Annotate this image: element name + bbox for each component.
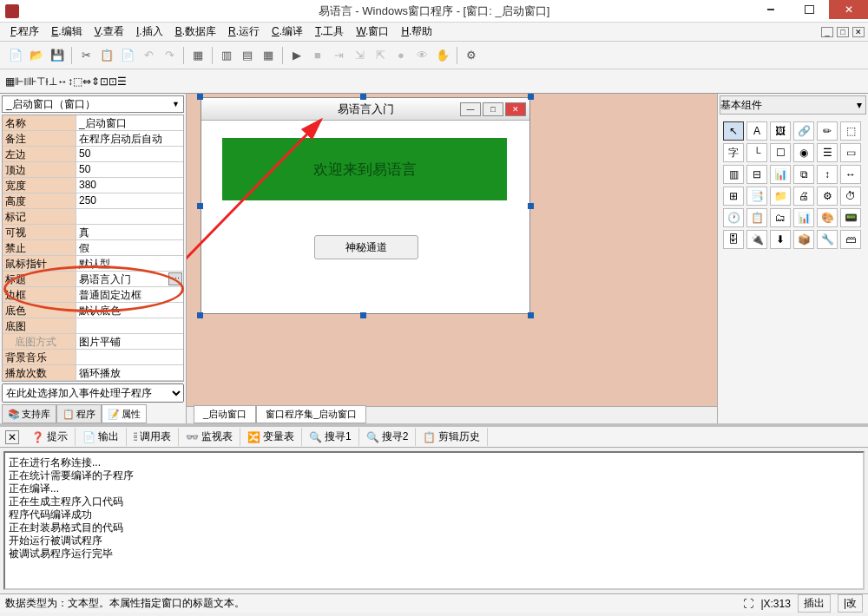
resize-handle[interactable] [360, 94, 366, 100]
tab-hints[interactable]: ❓ 提示 [24, 428, 76, 446]
property-row[interactable]: 顶边50 [3, 162, 183, 178]
hspace-icon[interactable]: ⇔ [82, 75, 91, 88]
layout3-icon[interactable]: ▦ [259, 46, 278, 65]
property-value[interactable]: 真 [76, 225, 183, 239]
form-designer[interactable]: 易语言入门 — □ ✕ 欢迎来到易语言 神秘通道 [187, 94, 717, 423]
tab-window-assembly[interactable]: 窗口程序集_启动窗口 [256, 405, 366, 423]
component-item[interactable]: ✏ [817, 121, 838, 141]
mdi-restore-icon[interactable]: □ [837, 27, 849, 37]
property-row[interactable]: 底图 [3, 318, 183, 334]
property-row[interactable]: 宽度380 [3, 178, 183, 193]
resize-handle[interactable] [197, 94, 203, 100]
design-button[interactable]: 神秘通道 [314, 235, 418, 259]
property-row[interactable]: 背景音乐 [3, 350, 183, 365]
property-grid[interactable]: 名称_启动窗口备注在程序启动后自动左边50顶边50宽度380高度250标记可视真… [2, 115, 184, 382]
object-selector[interactable]: _启动窗口（窗口） ▼ [2, 95, 184, 113]
tab-properties[interactable]: 📝 属性 [102, 404, 147, 423]
component-item[interactable]: ⊞ [723, 187, 744, 206]
component-item[interactable]: 🔌 [746, 230, 767, 249]
component-item[interactable]: 🗄 [723, 230, 744, 249]
component-item[interactable]: 📑 [746, 187, 767, 206]
property-row[interactable]: 左边50 [3, 147, 183, 162]
maximize-button[interactable] [790, 0, 829, 19]
component-item[interactable]: 📦 [793, 230, 814, 249]
component-item[interactable]: ↖ [723, 121, 744, 141]
menu-i[interactable]: I.插入 [131, 23, 168, 41]
property-row[interactable]: 播放次数循环播放 [3, 365, 183, 381]
center-v-icon[interactable]: ⊡ [108, 75, 117, 88]
component-item[interactable]: 📋 [746, 208, 767, 227]
property-row[interactable]: 高度250 [3, 193, 183, 209]
property-value[interactable]: _启动窗口 [76, 115, 183, 130]
output-close-button[interactable]: ✕ [5, 430, 19, 444]
property-value[interactable]: 普通固定边框 [76, 287, 183, 302]
component-item[interactable]: 字 [723, 143, 744, 162]
tab-search2[interactable]: 🔍 搜寻2 [359, 428, 417, 446]
copy-icon[interactable]: 📋 [97, 46, 116, 65]
hand-icon[interactable]: ✋ [433, 46, 452, 65]
open-file-icon[interactable]: 📂 [27, 46, 46, 65]
component-item[interactable]: ⬚ [840, 121, 861, 141]
menu-c[interactable]: C.编译 [266, 23, 308, 41]
align-top-icon[interactable]: ⊤ [36, 75, 45, 88]
property-row[interactable]: 禁止假 [3, 240, 183, 256]
property-more-button[interactable]: ⋯ [168, 272, 182, 285]
component-item[interactable]: ☰ [817, 143, 838, 162]
event-handler-dropdown[interactable]: 在此处选择加入事件处理子程序 [2, 383, 184, 403]
property-value[interactable] [76, 350, 183, 364]
resize-handle[interactable] [360, 312, 366, 318]
property-value[interactable] [76, 209, 183, 224]
component-item[interactable]: ▥ [723, 165, 744, 184]
component-item[interactable]: ⊟ [746, 165, 767, 184]
new-file-icon[interactable]: 📄 [6, 46, 25, 65]
tab-support-lib[interactable]: 📚 支持库 [2, 404, 56, 423]
property-row[interactable]: 边框普通固定边框 [3, 287, 183, 303]
component-item[interactable]: ↔ [840, 165, 861, 184]
component-item[interactable]: 📊 [770, 165, 791, 184]
resize-handle[interactable] [197, 203, 203, 209]
cut-icon[interactable]: ✂ [76, 46, 95, 65]
design-form[interactable]: 易语言入门 — □ ✕ 欢迎来到易语言 神秘通道 [201, 97, 530, 314]
form-icon[interactable]: ▦ [188, 46, 207, 65]
breakpoint-icon[interactable]: ● [391, 46, 411, 65]
align-right-icon[interactable]: ⊪ [28, 75, 36, 88]
property-value[interactable]: 假 [76, 240, 183, 255]
resize-handle[interactable] [528, 94, 534, 100]
tab-output[interactable]: 📄 输出 [76, 428, 127, 446]
tab-watch[interactable]: 👓 监视表 [179, 428, 240, 446]
menu-t[interactable]: T.工具 [310, 23, 349, 41]
property-value[interactable]: 50 [76, 162, 183, 177]
component-item[interactable]: ⬇ [770, 230, 791, 249]
component-item[interactable]: ☐ [770, 143, 791, 162]
property-value[interactable]: 250 [76, 193, 183, 208]
component-item[interactable]: 🗂 [770, 208, 791, 227]
menu-r[interactable]: R.运行 [223, 23, 265, 41]
property-row[interactable]: 标题易语言入门⋯ [3, 272, 183, 287]
component-item[interactable]: └ [746, 143, 767, 162]
zoom-icon[interactable]: ⛶ [743, 598, 753, 610]
align-bottom-icon[interactable]: ⊥ [49, 75, 57, 88]
component-item[interactable]: ⧉ [793, 165, 814, 184]
property-row[interactable]: 标记 [3, 209, 183, 225]
component-item[interactable]: 🔗 [793, 121, 814, 141]
menu-e[interactable]: E.编辑 [46, 23, 87, 41]
tab-startup-window[interactable]: _启动窗口 [194, 405, 256, 423]
property-row[interactable]: 控制按钮真 [3, 381, 183, 382]
property-value[interactable]: 在程序启动后自动 [76, 131, 183, 146]
property-value[interactable]: 380 [76, 178, 183, 193]
property-value[interactable]: 真 [76, 381, 183, 382]
redo-icon[interactable]: ↷ [160, 46, 179, 65]
output-text[interactable]: 正在进行名称连接...正在统计需要编译的子程序正在编译...正在生成主程序入口代… [3, 451, 865, 590]
component-item[interactable]: 📊 [793, 208, 814, 227]
component-item[interactable]: 🕐 [723, 208, 744, 227]
run-icon[interactable]: ▶ [287, 46, 306, 65]
resize-handle[interactable] [528, 312, 534, 318]
layout2-icon[interactable]: ▤ [238, 46, 257, 65]
property-row[interactable]: 备注在程序启动后自动 [3, 131, 183, 147]
same-size-icon[interactable]: ⬚ [73, 75, 82, 88]
tab-calltable[interactable]: ⦙⦙ 调用表 [127, 428, 179, 446]
property-row[interactable]: 底图方式图片平铺 [3, 334, 183, 350]
property-value[interactable]: 默认底色 [76, 303, 183, 318]
menu-h[interactable]: H.帮助 [396, 23, 437, 41]
step-out-icon[interactable]: ⇱ [371, 46, 390, 65]
